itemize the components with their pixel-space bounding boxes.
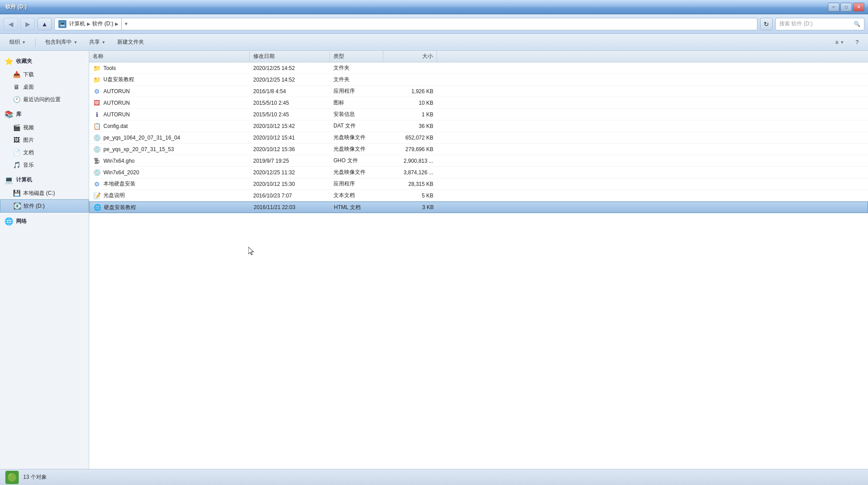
file-icon: 📝 <box>93 192 101 200</box>
desktop-icon: 🖥 <box>12 83 21 91</box>
new-folder-button[interactable]: 新建文件夹 <box>113 36 148 48</box>
table-row[interactable]: 📋 Config.dat 2020/10/12 15:42 DAT 文件 36 … <box>89 120 868 132</box>
computer-icon: 💻 <box>4 176 13 184</box>
table-row[interactable]: 🌐 硬盘安装教程 2016/11/21 22:03 HTML 文档 3 KB <box>89 201 868 213</box>
address-part-drive: 软件 (D:) <box>92 20 113 28</box>
view-button[interactable]: ≡ ▼ <box>831 37 848 48</box>
table-row[interactable]: 📁 Tools 2020/12/25 14:52 文件夹 <box>89 62 868 74</box>
file-name: AUTORUN <box>103 88 130 95</box>
file-cell-name: 💿 Win7x64_2020 <box>89 167 250 178</box>
file-cell-type: 应用程序 <box>330 86 383 97</box>
organize-chevron: ▼ <box>22 40 26 45</box>
share-chevron: ▼ <box>102 40 106 45</box>
sidebar-item-cdrive[interactable]: 💾 本地磁盘 (C:) <box>0 187 89 199</box>
table-row[interactable]: ℹ AUTORUN 2015/5/10 2:45 安装信息 1 KB <box>89 109 868 120</box>
table-row[interactable]: 💿 pe_yqs_xp_20_07_31_15_53 2020/10/12 15… <box>89 144 868 155</box>
navigation-bar: ◀ ▶ ▲ 💻 计算机 ▶ 软件 (D:) ▶ ▼ ↻ 搜索 软件 (D:) 🔍 <box>0 14 868 34</box>
include-library-label: 包含到库中 <box>45 38 72 46</box>
sidebar-header-network[interactable]: 🌐 网络 <box>0 214 89 228</box>
video-label: 视频 <box>23 124 34 132</box>
address-part-computer: 计算机 <box>69 20 85 28</box>
table-row[interactable]: 📁 U盘安装教程 2020/12/25 14:52 文件夹 <box>89 74 868 86</box>
file-name: Tools <box>103 65 116 71</box>
help-button[interactable]: ? <box>852 37 863 48</box>
up-button[interactable]: ▲ <box>37 18 52 30</box>
help-icon: ? <box>856 39 859 45</box>
file-name: U盘安装教程 <box>103 76 134 83</box>
file-icon: 🌐 <box>93 203 101 211</box>
sidebar-section-network: 🌐 网络 <box>0 214 89 228</box>
file-cell-type: 安装信息 <box>330 109 383 120</box>
file-cell-size <box>383 74 437 85</box>
organize-button[interactable]: 组织 ▼ <box>5 36 30 48</box>
music-label: 音乐 <box>23 161 34 169</box>
file-cell-date: 2015/5/10 2:45 <box>250 109 330 120</box>
file-icon: ⚙ <box>93 180 101 188</box>
file-rows-container: 📁 Tools 2020/12/25 14:52 文件夹 📁 U盘安装教程 20… <box>89 62 868 213</box>
sidebar-item-video[interactable]: 🎬 视频 <box>0 121 89 134</box>
share-label: 共享 <box>89 38 100 46</box>
sidebar-item-music[interactable]: 🎵 音乐 <box>0 159 89 171</box>
minimize-button[interactable]: ─ <box>828 3 839 12</box>
table-row[interactable]: 🖼 AUTORUN 2015/5/10 2:45 图标 10 KB <box>89 97 868 109</box>
table-row[interactable]: ⚙ 本地硬盘安装 2020/10/12 15:30 应用程序 28,315 KB <box>89 178 868 190</box>
status-count: 13 个对象 <box>23 473 47 481</box>
table-row[interactable]: 📝 光盘说明 2016/10/23 7:07 文本文档 5 KB <box>89 190 868 201</box>
file-icon: 🗜 <box>93 157 101 165</box>
address-icon: 💻 <box>58 20 66 28</box>
file-cell-type: 应用程序 <box>330 178 383 189</box>
file-cell-size: 5 KB <box>383 190 437 201</box>
col-header-date[interactable]: 修改日期 <box>250 51 330 62</box>
refresh-button[interactable]: ↻ <box>760 18 773 30</box>
sidebar-item-recent[interactable]: 🕐 最近访问的位置 <box>0 93 89 106</box>
table-row[interactable]: ⚙ AUTORUN 2016/1/8 4:54 应用程序 1,926 KB <box>89 86 868 97</box>
close-button[interactable]: ✕ <box>853 3 864 12</box>
back-button[interactable]: ◀ <box>4 18 18 30</box>
sidebar-header-favorites[interactable]: ⭐ 收藏夹 <box>0 54 89 68</box>
file-name: AUTORUN <box>103 100 130 106</box>
address-bar[interactable]: 💻 计算机 ▶ 软件 (D:) ▶ ▼ <box>54 18 757 30</box>
cdrive-icon: 💾 <box>12 189 21 197</box>
file-cell-date: 2020/12/25 14:52 <box>250 74 330 85</box>
main-container: ⭐ 收藏夹 📥 下载 🖥 桌面 🕐 最近访问的位置 📚 库 <box>0 51 868 469</box>
address-dropdown-button[interactable]: ▼ <box>121 18 130 30</box>
sidebar-item-desktop[interactable]: 🖥 桌面 <box>0 81 89 93</box>
file-cell-name: 📁 Tools <box>89 62 250 74</box>
table-row[interactable]: 🗜 Win7x64.gho 2019/9/7 19:25 GHO 文件 2,90… <box>89 155 868 167</box>
toolbar-separator-1 <box>35 38 36 47</box>
recent-label: 最近访问的位置 <box>23 96 61 103</box>
file-cell-type: 文件夹 <box>330 74 383 85</box>
table-row[interactable]: 💿 pe_yqs_1064_20_07_31_16_04 2020/10/12 … <box>89 132 868 144</box>
share-button[interactable]: 共享 ▼ <box>85 36 110 48</box>
maximize-button[interactable]: □ <box>840 3 852 12</box>
file-cell-date: 2020/12/25 14:52 <box>250 62 330 74</box>
file-cell-size: 3 KB <box>384 202 437 213</box>
file-cell-date: 2020/10/12 15:30 <box>250 178 330 189</box>
sidebar-item-documents[interactable]: 📄 文档 <box>0 146 89 159</box>
col-header-type[interactable]: 类型 <box>330 51 383 62</box>
address-chevron-2: ▶ <box>115 21 119 26</box>
file-cell-date: 2020/10/12 15:36 <box>250 144 330 155</box>
file-name: Config.dat <box>103 123 128 129</box>
file-icon: 🖼 <box>93 99 101 107</box>
file-name: Win7x64.gho <box>103 158 135 164</box>
include-library-button[interactable]: 包含到库中 ▼ <box>41 36 82 48</box>
col-header-name[interactable]: 名称 <box>89 51 250 62</box>
sidebar-header-library[interactable]: 📚 库 <box>0 107 89 121</box>
search-bar[interactable]: 搜索 软件 (D:) 🔍 <box>775 18 864 30</box>
sidebar-item-download[interactable]: 📥 下载 <box>0 68 89 81</box>
favorites-icon: ⭐ <box>4 57 13 66</box>
sidebar-header-computer[interactable]: 💻 计算机 <box>0 173 89 187</box>
table-row[interactable]: 💿 Win7x64_2020 2020/12/25 11:32 光盘映像文件 3… <box>89 167 868 178</box>
forward-button[interactable]: ▶ <box>21 18 35 30</box>
organize-label: 组织 <box>9 38 20 46</box>
col-header-size[interactable]: 大小 <box>383 51 437 62</box>
ddrive-icon: 💽 <box>13 202 21 210</box>
file-cell-name: 🗜 Win7x64.gho <box>89 155 250 166</box>
file-icon: ℹ <box>93 111 101 119</box>
file-cell-name: 💿 pe_yqs_xp_20_07_31_15_53 <box>89 144 250 155</box>
sidebar-item-pictures[interactable]: 🖼 图片 <box>0 134 89 146</box>
search-icon: 🔍 <box>854 21 860 27</box>
file-cell-name: ℹ AUTORUN <box>89 109 250 120</box>
sidebar-item-ddrive[interactable]: 💽 软件 (D:) <box>0 199 89 213</box>
